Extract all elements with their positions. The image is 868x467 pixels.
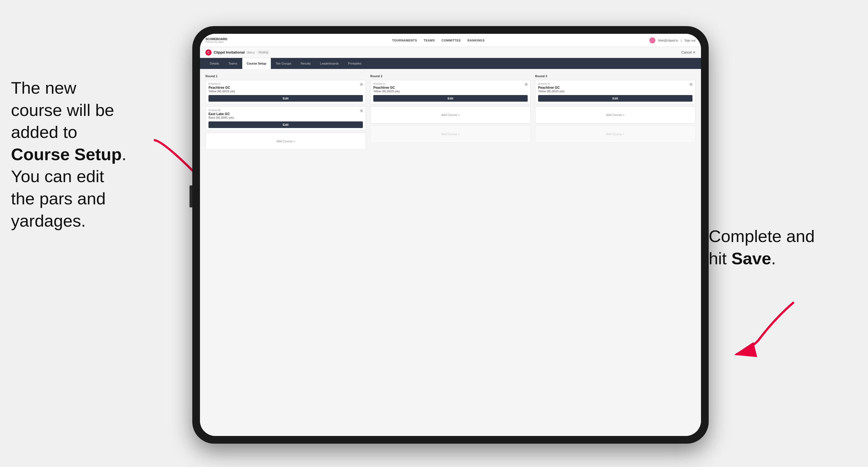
tab-details[interactable]: Details	[206, 58, 224, 69]
round1-add-course-card[interactable]: Add Course +	[206, 133, 366, 150]
round2-course-a-name: Peachtree GC	[373, 86, 528, 90]
main-content: Round 1 ⊟ (Course A) Peachtree GC Yellow…	[200, 69, 701, 436]
tournament-info: C Clippd Invitational (Men) Hosting	[206, 50, 270, 56]
tab-bar: Details Teams Course Setup Tee Groups Re…	[200, 58, 701, 69]
rounds-grid: Round 1 ⊟ (Course A) Peachtree GC Yellow…	[206, 74, 695, 152]
brand-area: SCOREBOARD Powered by clippd	[206, 38, 227, 43]
tablet-screen: SCOREBOARD Powered by clippd TOURNAMENTS…	[200, 34, 701, 436]
nav-separator: |	[681, 39, 682, 42]
round-1-label: Round 1	[206, 74, 366, 78]
avatar	[649, 37, 655, 43]
round-2-column: Round 2 ⊟ (Course A) Peachtree GC Yellow…	[370, 74, 531, 152]
tab-results[interactable]: Results	[296, 58, 315, 69]
round2-course-a-delete-icon[interactable]: ⊟	[524, 83, 528, 86]
nav-committee[interactable]: COMMITTEE	[441, 39, 461, 42]
round1-course-b-edit-button[interactable]: Edit	[209, 121, 363, 128]
round1-course-a-card: ⊟ (Course A) Peachtree GC Yellow (M) (66…	[206, 80, 366, 104]
round2-add-course-text: Add Course +	[441, 113, 460, 117]
clippd-logo: C	[206, 50, 212, 56]
right-arrow	[720, 297, 802, 360]
round-1-column: Round 1 ⊟ (Course A) Peachtree GC Yellow…	[206, 74, 366, 152]
round1-course-a-tee: Yellow (M) (6629 yds)	[209, 90, 363, 93]
tournament-gender: (Men)	[247, 51, 255, 54]
round3-course-a-edit-button[interactable]: Edit	[538, 95, 692, 102]
round3-course-a-card: ⊟ (Course A) Peachtree GC Yellow (M) (66…	[535, 80, 695, 104]
round1-course-b-tee: Black (M) (6891 yds)	[209, 116, 363, 119]
round2-add-course-text-disabled: Add Course +	[441, 132, 460, 136]
round2-course-a-tee: Yellow (M) (6629 yds)	[373, 90, 528, 93]
round3-course-a-tee: Yellow (M) (6629 yds)	[538, 90, 692, 93]
round2-add-course-card[interactable]: Add Course +	[370, 106, 531, 123]
round3-course-a-label: (Course A)	[538, 83, 692, 85]
round1-add-course-text: Add Course +	[276, 139, 295, 143]
round3-add-course-card[interactable]: Add Course +	[535, 106, 695, 123]
round1-course-b-card: ⊟ (Course B) East Lake GC Black (M) (689…	[206, 106, 366, 130]
cancel-button[interactable]: Cancel ✕	[681, 51, 695, 54]
round-3-column: Round 3 ⊟ (Course A) Peachtree GC Yellow…	[535, 74, 695, 152]
round2-add-course-card-disabled: Add Course +	[370, 126, 531, 143]
round1-course-b-name: East Lake GC	[209, 112, 363, 116]
round-2-label: Round 2	[370, 74, 531, 78]
tournament-name: Clippd Invitational	[214, 50, 245, 54]
tablet-side-button	[189, 185, 192, 208]
brand-name: SCOREBOARD	[206, 38, 227, 41]
round2-course-a-label: (Course A)	[373, 83, 528, 85]
app-container: SCOREBOARD Powered by clippd TOURNAMENTS…	[200, 34, 701, 436]
nav-user-area: blair@clippd.io | Sign out	[649, 37, 695, 43]
left-annotation: The new course will be added to Course S…	[11, 77, 154, 232]
sign-out-link[interactable]: Sign out	[684, 39, 695, 42]
round3-course-a-name: Peachtree GC	[538, 86, 692, 90]
user-email: blair@clippd.io	[658, 39, 678, 42]
top-nav: SCOREBOARD Powered by clippd TOURNAMENTS…	[200, 34, 701, 47]
hosting-badge: Hosting	[257, 51, 270, 54]
nav-tournaments[interactable]: TOURNAMENTS	[392, 39, 417, 42]
tab-course-setup[interactable]: Course Setup	[242, 58, 271, 69]
right-annotation: Complete and hit Save.	[709, 225, 824, 270]
round3-add-course-card-disabled: Add Course +	[535, 126, 695, 143]
nav-rankings[interactable]: RANKINGS	[467, 39, 485, 42]
round1-course-b-label: (Course B)	[209, 109, 363, 112]
tab-printables[interactable]: Printables	[344, 58, 366, 69]
nav-links: TOURNAMENTS TEAMS COMMITTEE RANKINGS	[392, 39, 485, 42]
round-3-label: Round 3	[535, 74, 695, 78]
sub-nav: C Clippd Invitational (Men) Hosting Canc…	[200, 47, 701, 58]
brand-sub: Powered by clippd	[206, 41, 227, 43]
round1-course-a-edit-button[interactable]: Edit	[209, 95, 363, 102]
nav-teams[interactable]: TEAMS	[424, 39, 435, 42]
round1-course-b-delete-icon[interactable]: ⊟	[360, 109, 363, 113]
round3-add-course-text-disabled: Add Course +	[606, 132, 625, 136]
tab-teams[interactable]: Teams	[224, 58, 242, 69]
round2-course-a-card: ⊟ (Course A) Peachtree GC Yellow (M) (66…	[370, 80, 531, 104]
round3-add-course-text: Add Course +	[606, 113, 625, 117]
tablet-device: SCOREBOARD Powered by clippd TOURNAMENTS…	[192, 26, 709, 444]
round1-course-a-label: (Course A)	[209, 83, 363, 85]
round3-course-a-delete-icon[interactable]: ⊟	[689, 83, 693, 86]
round1-course-a-name: Peachtree GC	[209, 86, 363, 90]
round2-course-a-edit-button[interactable]: Edit	[373, 95, 528, 102]
round1-course-a-delete-icon[interactable]: ⊟	[360, 83, 363, 86]
save-bold: Save	[732, 249, 771, 268]
tab-tee-groups[interactable]: Tee Groups	[271, 58, 296, 69]
tab-leaderboards[interactable]: Leaderboards	[316, 58, 343, 69]
course-setup-bold: Course Setup	[11, 145, 122, 164]
